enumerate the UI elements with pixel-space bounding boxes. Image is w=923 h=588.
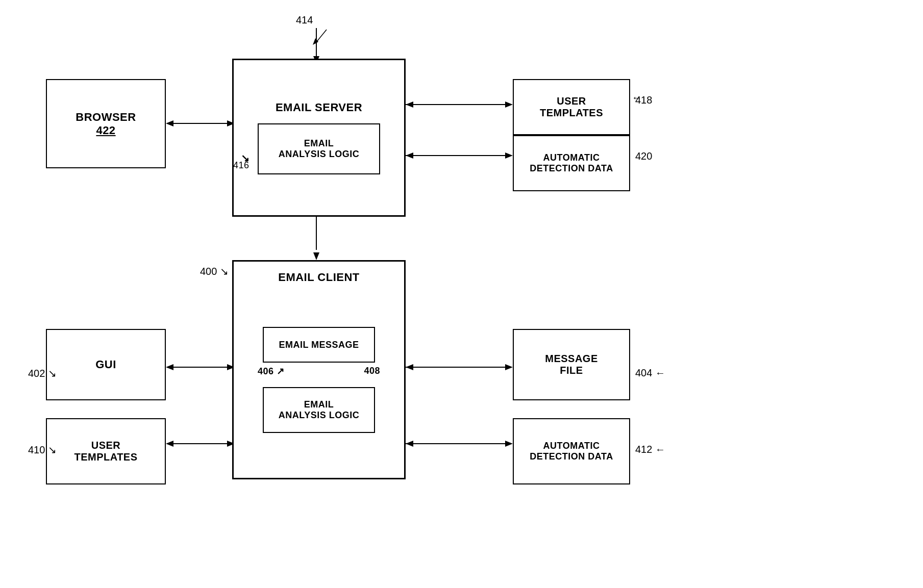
svg-marker-21 [166, 441, 173, 447]
user-templates-top-label: USERTEMPLATES [540, 95, 603, 119]
svg-marker-18 [406, 364, 413, 370]
email-client-label: EMAIL CLIENT [278, 271, 360, 284]
email-server-box: EMAIL SERVER EMAILANALYSIS LOGIC 416 ↘ [232, 59, 406, 217]
auto-detection-bottom-label: AUTOMATICDETECTION DATA [530, 441, 613, 462]
ref-420: 420 [635, 150, 652, 162]
svg-marker-19 [505, 364, 513, 370]
gui-label: GUI [95, 358, 116, 371]
message-file-label: MESSAGEFILE [545, 353, 598, 376]
message-file-box: MESSAGEFILE [513, 329, 630, 400]
inner-refs: 406 ↗ 408 [258, 366, 380, 377]
ref-410: 410 ↘ [28, 444, 57, 456]
user-templates-bottom-box: USERTEMPLATES [46, 418, 166, 484]
browser-box: BROWSER 422 [46, 79, 166, 168]
email-analysis-logic-top-label: EMAILANALYSIS LOGIC [279, 138, 359, 160]
auto-detection-top-box: AUTOMATICDETECTION DATA [513, 135, 630, 191]
svg-marker-9 [406, 152, 413, 159]
browser-label: BROWSER [76, 111, 136, 124]
svg-marker-13 [313, 252, 319, 260]
email-message-box: EMAIL MESSAGE [263, 327, 375, 363]
email-analysis-logic-bottom-label: EMAILANALYSIS LOGIC [279, 399, 359, 421]
auto-detection-top-label: AUTOMATICDETECTION DATA [530, 152, 613, 174]
email-client-box: EMAIL CLIENT EMAIL MESSAGE 406 ↗ 408 EMA… [232, 260, 406, 479]
ref-412: 412 ← [635, 444, 665, 455]
ref-406: 406 ↗ [258, 366, 285, 377]
ref-414: 414 [296, 14, 313, 26]
browser-ref: 422 [96, 124, 115, 137]
svg-marker-10 [505, 152, 513, 159]
user-templates-bottom-label: USERTEMPLATES [74, 440, 137, 463]
email-analysis-logic-top-box: EMAILANALYSIS LOGIC 416 ↘ [258, 123, 380, 174]
svg-marker-27 [313, 38, 318, 45]
svg-marker-7 [505, 101, 513, 108]
email-message-label: EMAIL MESSAGE [279, 340, 359, 350]
user-templates-top-box: USERTEMPLATES [513, 79, 630, 135]
svg-line-26 [315, 30, 327, 43]
auto-detection-bottom-box: AUTOMATICDETECTION DATA [513, 418, 630, 484]
ref-404: 404 ← [635, 367, 665, 379]
ref-418-arrow: ← [632, 92, 642, 104]
gui-box: GUI [46, 329, 166, 400]
email-server-label: EMAIL SERVER [276, 101, 362, 114]
svg-marker-3 [166, 120, 173, 126]
email-analysis-logic-bottom-box: EMAILANALYSIS LOGIC [263, 387, 375, 433]
ref-408: 408 [364, 366, 380, 377]
diagram: 414 EMAIL SERVER EMAILANALYSIS LOGIC 416… [0, 0, 923, 588]
svg-marker-24 [406, 441, 413, 447]
ref-400: 400 ↘ [200, 265, 229, 277]
svg-marker-6 [406, 101, 413, 108]
ref-402: 402 ↘ [28, 367, 57, 379]
svg-marker-25 [505, 441, 513, 447]
svg-marker-15 [166, 364, 173, 370]
